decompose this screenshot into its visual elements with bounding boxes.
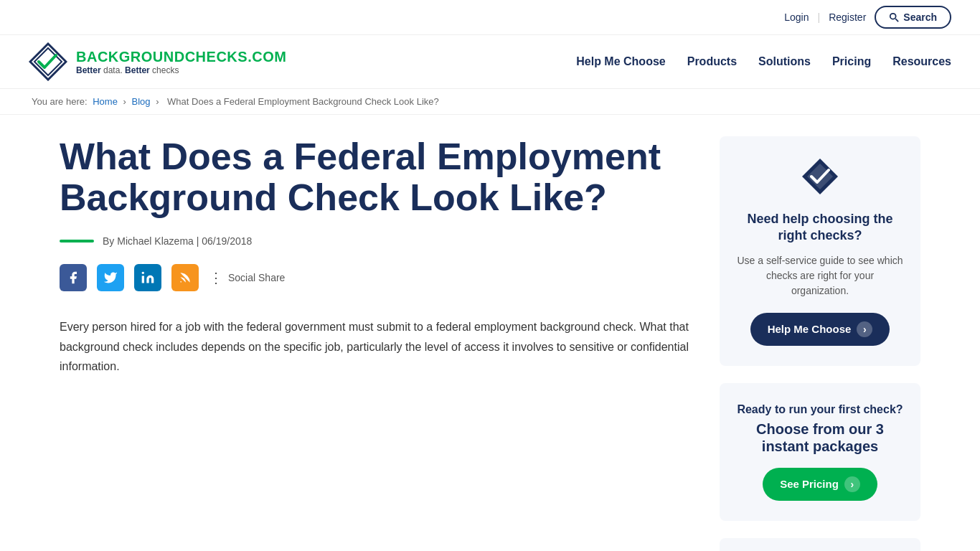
dots-icon: ⋮	[209, 269, 224, 286]
author-bar-decoration	[60, 240, 94, 242]
sidebar-card-instant: Get your report instantly	[720, 538, 920, 551]
help-me-choose-button[interactable]: Help Me Choose ›	[750, 313, 890, 346]
sidebar-card-pricing: Ready to run your first check? Choose fr…	[720, 383, 920, 521]
social-more-button[interactable]: ⋮ Social Share	[209, 269, 285, 286]
social-row: ⋮ Social Share	[60, 264, 691, 291]
main-layout: What Does a Federal Employment Backgroun…	[31, 115, 949, 551]
search-label: Search	[903, 11, 937, 23]
author-text: By Michael Klazema | 06/19/2018	[103, 235, 252, 247]
header: BACKGROUNDCHECKS.COM Better data. Better…	[0, 35, 980, 89]
social-share-label: Social Share	[228, 272, 285, 283]
search-button[interactable]: Search	[875, 6, 951, 29]
article-title: What Does a Federal Employment Backgroun…	[60, 136, 691, 218]
breadcrumb-blog[interactable]: Blog	[131, 96, 150, 107]
nav-products[interactable]: Products	[687, 55, 737, 68]
login-link[interactable]: Login	[784, 11, 809, 23]
logo-part2: CHECKS.COM	[185, 49, 287, 65]
rss-share-button[interactable]	[171, 264, 199, 291]
sidebar: Need help choosing the right checks? Use…	[720, 136, 920, 551]
sidebar-logo-icon	[800, 156, 840, 197]
breadcrumb-sep2: ›	[156, 96, 161, 107]
top-bar: Login | Register Search	[0, 0, 980, 35]
tagline-bold1: Better	[76, 65, 101, 75]
linkedin-icon	[141, 270, 155, 285]
tagline-bold2: Better	[125, 65, 150, 75]
facebook-share-button[interactable]	[60, 264, 87, 291]
nav-solutions[interactable]: Solutions	[758, 55, 811, 68]
svg-point-0	[890, 14, 896, 19]
logo-area: BACKGROUNDCHECKS.COM Better data. Better…	[29, 42, 286, 81]
register-link[interactable]: Register	[829, 11, 866, 23]
pricing-arrow-icon: ›	[844, 476, 860, 492]
logo-text: BACKGROUNDCHECKS.COM Better data. Better…	[76, 49, 286, 75]
linkedin-share-button[interactable]	[134, 264, 161, 291]
breadcrumb-home[interactable]: Home	[93, 96, 118, 107]
twitter-share-button[interactable]	[97, 264, 124, 291]
article-area: What Does a Federal Employment Backgroun…	[60, 136, 691, 551]
article-body: Every person hired for a job with the fe…	[60, 317, 691, 376]
sidebar-help-desc: Use a self-service guide to see which ch…	[737, 253, 903, 298]
see-pricing-label: See Pricing	[780, 478, 839, 490]
search-icon	[889, 12, 899, 22]
divider: |	[818, 11, 821, 23]
nav-pricing[interactable]: Pricing	[832, 55, 871, 68]
sidebar-help-title: Need help choosing the right checks?	[737, 211, 903, 245]
breadcrumb-prefix: You are here:	[32, 96, 88, 107]
logo-icon	[29, 42, 67, 81]
rss-icon	[178, 270, 192, 285]
breadcrumb-current: What Does a Federal Employment Backgroun…	[167, 96, 439, 107]
twitter-icon	[103, 270, 118, 285]
facebook-icon	[66, 270, 80, 285]
logo-tagline: Better data. Better checks	[76, 65, 286, 75]
svg-point-4	[142, 272, 144, 274]
breadcrumb: You are here: Home › Blog › What Does a …	[0, 89, 980, 115]
svg-point-5	[180, 281, 182, 283]
logo-part1: BACKGROUND	[76, 49, 185, 65]
help-me-choose-label: Help Me Choose	[768, 323, 852, 335]
arrow-icon: ›	[857, 321, 872, 337]
nav-help-me-choose[interactable]: Help Me Choose	[576, 55, 665, 68]
main-nav: Help Me Choose Products Solutions Pricin…	[576, 55, 951, 68]
svg-line-1	[895, 19, 898, 22]
sidebar-pricing-title-top: Ready to run your first check?	[737, 403, 903, 416]
logo-name: BACKGROUNDCHECKS.COM	[76, 49, 286, 65]
author-line: By Michael Klazema | 06/19/2018	[60, 235, 691, 247]
see-pricing-button[interactable]: See Pricing ›	[763, 468, 877, 501]
sidebar-pricing-title-bottom: Choose from our 3 instant packages	[737, 420, 903, 455]
breadcrumb-sep1: ›	[123, 96, 129, 107]
sidebar-card-help: Need help choosing the right checks? Use…	[720, 136, 920, 366]
nav-resources[interactable]: Resources	[892, 55, 951, 68]
